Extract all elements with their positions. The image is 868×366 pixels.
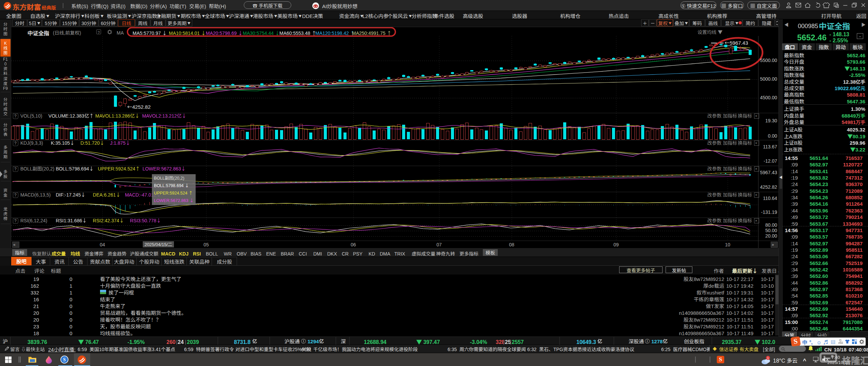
svg-text:08: 08 — [509, 241, 514, 248]
svg-text:加指标: 加指标 — [723, 139, 737, 146]
svg-text:改参数: 改参数 — [707, 165, 722, 172]
svg-text:S: S — [63, 357, 66, 362]
svg-text:06: 06 — [351, 241, 356, 248]
svg-text:K:35.105↓: K:35.105↓ — [51, 139, 75, 146]
svg-text:设置均线 ▼: 设置均线 ▼ — [697, 28, 723, 35]
svg-text:VOL(5,10): VOL(5,10) — [20, 112, 42, 119]
svg-text:110.64: 110.64 — [763, 195, 777, 201]
svg-text:-131.19: -131.19 — [761, 208, 777, 215]
svg-text:J:1.875↓: J:1.875↓ — [110, 139, 130, 146]
svg-text:改参数: 改参数 — [707, 139, 722, 146]
svg-text:MAVOL1:13.286亿↓: MAVOL1:13.286亿↓ — [95, 112, 139, 119]
svg-text:加指标: 加指标 — [723, 191, 737, 198]
svg-text:RSI3:50.778↓: RSI3:50.778↓ — [130, 217, 161, 224]
svg-text:4252.82: 4252.82 — [760, 183, 777, 190]
svg-text:0.00: 0.00 — [768, 132, 777, 139]
svg-text:改参数: 改参数 — [707, 191, 722, 198]
svg-text:RSI2:42.374↓: RSI2:42.374↓ — [93, 217, 124, 224]
svg-text:10: 10 — [725, 241, 730, 248]
svg-text:加指标: 加指标 — [723, 112, 737, 119]
svg-text:UPPER:5924.524↑: UPPER:5924.524↑ — [98, 165, 140, 172]
svg-text:?: ? — [14, 166, 17, 171]
svg-text:BOLL:5798.694↓: BOLL:5798.694↓ — [56, 165, 94, 172]
svg-text:5000.00: 5000.00 — [760, 75, 777, 82]
svg-text:LOWER:5672.863↓: LOWER:5672.863↓ — [142, 165, 186, 172]
svg-text:改参数: 改参数 — [707, 217, 722, 224]
svg-text:04: 04 — [100, 241, 105, 248]
svg-text:4500.00: 4500.00 — [760, 94, 777, 101]
svg-text:←5967.43: ←5967.43 — [725, 39, 748, 46]
svg-text:VOLUME:12.383亿↑: VOLUME:12.383亿↑ — [48, 112, 94, 119]
svg-text:RSI(6,12,24): RSI(6,12,24) — [20, 217, 47, 224]
svg-text:BOLL副图(20,2): BOLL副图(20,2) — [20, 165, 54, 172]
svg-text:113.67: 113.67 — [763, 143, 777, 150]
svg-text:?: ? — [14, 140, 17, 146]
svg-text:?: ? — [14, 218, 17, 223]
svg-text:?: ? — [14, 113, 17, 119]
svg-text:19.30: 19.30 — [765, 117, 777, 124]
svg-text:09: 09 — [613, 241, 619, 248]
svg-text:30: 30 — [841, 342, 843, 344]
svg-text:×: × — [755, 166, 757, 171]
svg-text:?: ? — [14, 192, 17, 198]
svg-text:5500.00: 5500.00 — [760, 57, 777, 63]
svg-text:换指标: 换指标 — [738, 165, 752, 172]
svg-text:DEA:6.261↓: DEA:6.261↓ — [93, 191, 121, 198]
svg-text:换指标: 换指标 — [738, 217, 752, 224]
svg-text:×: × — [755, 192, 757, 197]
svg-text:改参数: 改参数 — [707, 112, 722, 119]
svg-text:←4252.82: ←4252.82 — [127, 103, 151, 110]
svg-text:RSI1:31.686↓: RSI1:31.686↓ — [56, 217, 87, 224]
svg-text:07: 07 — [436, 241, 442, 248]
svg-text:«: « — [13, 241, 16, 247]
svg-text:DIF:-17.245↓: DIF:-17.245↓ — [56, 191, 85, 198]
svg-text:05: 05 — [203, 241, 209, 248]
svg-text:»: » — [772, 241, 774, 247]
svg-text:1: 1 — [767, 356, 769, 360]
svg-text:加指标: 加指标 — [723, 217, 737, 224]
svg-text:5967.43: 5967.43 — [760, 169, 777, 176]
svg-text:换指标: 换指标 — [738, 139, 752, 146]
svg-text:D:51.720↓: D:51.720↓ — [80, 139, 104, 146]
svg-text:KDJ(9,3,3): KDJ(9,3,3) — [20, 139, 43, 146]
svg-text:2025/04/15/二: 2025/04/15/二 — [144, 241, 172, 247]
svg-text:20.00: 20.00 — [765, 232, 777, 239]
svg-text:换指标: 换指标 — [738, 191, 752, 198]
svg-text:加指标: 加指标 — [723, 165, 737, 172]
svg-text:-12.07: -12.07 — [764, 157, 777, 164]
svg-text:MAVOL2:13.212亿↓: MAVOL2:13.212亿↓ — [142, 112, 186, 119]
svg-text:×: × — [755, 113, 757, 118]
svg-text:×: × — [755, 140, 757, 145]
svg-text:MACD(6,13,5): MACD(6,13,5) — [20, 191, 51, 198]
svg-text:换指标: 换指标 — [738, 112, 752, 119]
svg-text:×: × — [755, 218, 757, 223]
